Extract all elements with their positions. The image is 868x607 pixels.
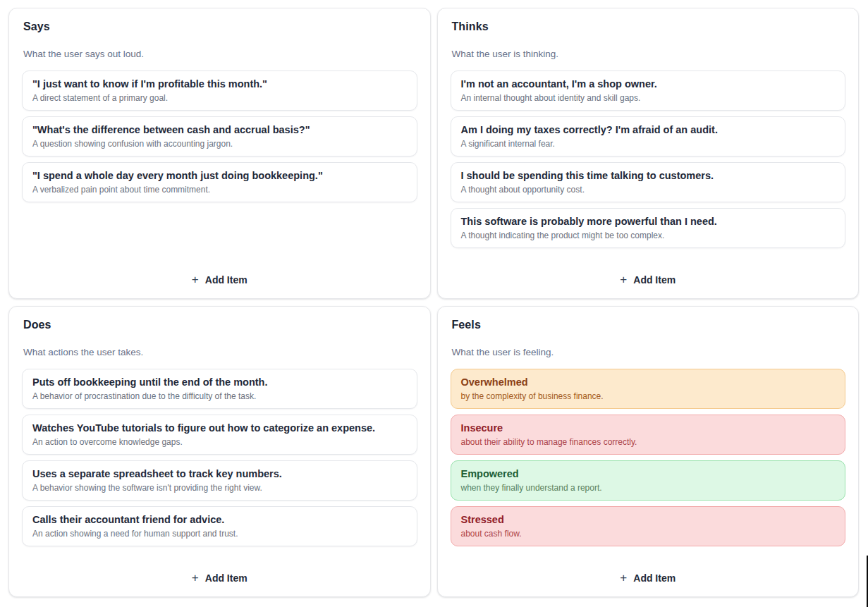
thinks-item-3[interactable]: I should be spending this time talking t…	[451, 162, 846, 202]
plus-icon: +	[192, 274, 199, 286]
feels-item-overwhelmed[interactable]: Overwhelmed by the complexity of busines…	[451, 369, 846, 409]
add-item-label: Add Item	[633, 572, 676, 584]
add-item-label: Add Item	[633, 274, 676, 286]
add-item-label: Add Item	[205, 274, 247, 286]
item-text: Puts off bookkeeping until the end of th…	[32, 375, 407, 390]
item-note: about cash flow.	[461, 527, 836, 540]
item-text: "What's the difference between cash and …	[32, 123, 407, 137]
add-item-label: Add Item	[205, 572, 247, 584]
item-note: A behavior of procrastination due to the…	[32, 390, 407, 403]
plus-icon: +	[620, 572, 627, 584]
item-text: Overwhelmed	[461, 375, 836, 390]
plus-icon: +	[192, 572, 199, 584]
item-text: I should be spending this time talking t…	[461, 168, 836, 183]
quadrant-subtitle: What the user is feeling.	[452, 346, 845, 359]
item-list: I'm not an accountant, I'm a shop owner.…	[451, 70, 846, 248]
item-text: Insecure	[461, 421, 836, 436]
quadrant-title: Feels	[452, 318, 845, 332]
item-text: Am I doing my taxes correctly? I'm afrai…	[461, 123, 836, 137]
add-item-button-says[interactable]: + Add Item	[183, 269, 256, 290]
quadrant-says: Says What the user says out loud. "I jus…	[8, 8, 431, 299]
item-text: Uses a separate spreadsheet to track key…	[32, 467, 407, 482]
add-item-button-feels[interactable]: + Add Item	[611, 568, 684, 588]
item-note: An internal thought about identity and s…	[461, 92, 836, 104]
quadrant-subtitle: What the user is thinking.	[452, 48, 845, 61]
quadrant-title: Says	[23, 20, 416, 34]
does-item-3[interactable]: Uses a separate spreadsheet to track key…	[22, 460, 417, 501]
item-text: Stressed	[461, 513, 836, 527]
quadrant-subtitle: What the user says out loud.	[23, 48, 416, 61]
quadrant-does: Does What actions the user takes. Puts o…	[8, 306, 431, 597]
item-note: about their ability to manage finances c…	[461, 436, 836, 448]
quadrant-title: Thinks	[452, 20, 845, 34]
item-text: Empowered	[461, 467, 836, 482]
quadrant-thinks: Thinks What the user is thinking. I'm no…	[437, 8, 860, 299]
add-item-button-does[interactable]: + Add Item	[183, 568, 256, 588]
item-note: when they finally understand a report.	[461, 482, 836, 494]
says-item-3[interactable]: "I spend a whole day every month just do…	[22, 162, 417, 202]
item-note: A verbalized pain point about time commi…	[32, 183, 407, 196]
thinks-item-1[interactable]: I'm not an accountant, I'm a shop owner.…	[451, 70, 846, 111]
add-item-button-thinks[interactable]: + Add Item	[611, 269, 684, 290]
feels-item-stressed[interactable]: Stressed about cash flow.	[451, 506, 846, 546]
item-text: "I just want to know if I'm profitable t…	[32, 77, 407, 92]
thinks-item-4[interactable]: This software is probably more powerful …	[451, 208, 846, 248]
feels-item-empowered[interactable]: Empowered when they finally understand a…	[451, 460, 846, 501]
quadrant-subtitle: What actions the user takes.	[23, 346, 416, 359]
plus-icon: +	[620, 274, 627, 286]
item-note: A significant internal fear.	[461, 137, 836, 150]
item-list: Puts off bookkeeping until the end of th…	[22, 369, 417, 546]
item-text: "I spend a whole day every month just do…	[32, 168, 407, 183]
item-note: A thought indicating the product might b…	[461, 229, 836, 242]
thinks-item-2[interactable]: Am I doing my taxes correctly? I'm afrai…	[451, 116, 846, 157]
item-text: Watches YouTube tutorials to figure out …	[32, 421, 407, 436]
item-note: An action showing a need for human suppo…	[32, 527, 407, 540]
says-item-2[interactable]: "What's the difference between cash and …	[22, 116, 417, 157]
does-item-4[interactable]: Calls their accountant friend for advice…	[22, 506, 417, 546]
item-list: "I just want to know if I'm profitable t…	[22, 70, 417, 202]
says-item-1[interactable]: "I just want to know if I'm profitable t…	[22, 70, 417, 111]
item-text: Calls their accountant friend for advice…	[32, 513, 407, 527]
empathy-map-grid: Says What the user says out loud. "I jus…	[0, 0, 868, 607]
quadrant-feels: Feels What the user is feeling. Overwhel…	[437, 306, 860, 597]
feels-item-insecure[interactable]: Insecure about their ability to manage f…	[451, 415, 846, 455]
item-note: by the complexity of business finance.	[461, 390, 836, 403]
item-text: I'm not an accountant, I'm a shop owner.	[461, 77, 836, 92]
item-text: This software is probably more powerful …	[461, 214, 836, 229]
does-item-1[interactable]: Puts off bookkeeping until the end of th…	[22, 369, 417, 409]
item-note: A direct statement of a primary goal.	[32, 92, 407, 104]
does-item-2[interactable]: Watches YouTube tutorials to figure out …	[22, 415, 417, 455]
quadrant-title: Does	[23, 318, 416, 332]
item-list: Overwhelmed by the complexity of busines…	[451, 369, 846, 546]
item-note: A question showing confusion with accoun…	[32, 137, 407, 150]
item-note: A behavior showing the software isn't pr…	[32, 482, 407, 494]
item-note: An action to overcome knowledge gaps.	[32, 436, 407, 448]
item-note: A thought about opportunity cost.	[461, 183, 836, 196]
